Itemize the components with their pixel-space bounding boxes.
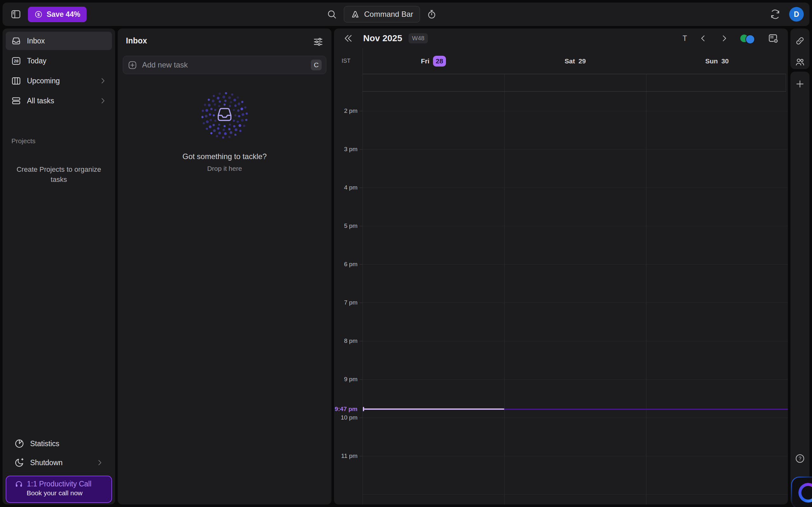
calendar-grid: 9:47 pm 2 pm3 pm4 pm5 pm6 pm7 pm8 pm9 pm… (334, 74, 788, 504)
hour-label: 8 pm (334, 337, 357, 344)
sidebar-item-label: Upcoming (27, 77, 60, 85)
empty-state-subtitle: Drop it here (118, 165, 332, 172)
link-button[interactable] (793, 34, 807, 48)
current-time-line-extended (504, 409, 788, 410)
dollar-circle-icon: $ (34, 10, 43, 19)
blue-calendar-dot (745, 35, 755, 44)
projects-section-header: Projects (11, 137, 115, 145)
hour-label: 10 pm (334, 414, 357, 421)
contacts-button[interactable] (793, 55, 807, 69)
sidebar-item-today[interactable]: 28 Today (6, 52, 112, 70)
hour-label: 2 pm (334, 107, 357, 114)
chevron-right-icon (99, 97, 107, 105)
hour-gridline (362, 111, 788, 111)
topbar-center-group: Command Bar (324, 3, 439, 26)
double-chevron-left-icon (343, 33, 354, 44)
prev-week-button[interactable] (697, 32, 710, 45)
sidebar-item-all-tasks[interactable]: All tasks (6, 92, 112, 110)
sidebar-item-shutdown[interactable]: Shutdown (9, 453, 109, 472)
command-bar-button[interactable]: Command Bar (344, 6, 420, 22)
productivity-call-banner[interactable]: 1:1 Productivity Call Book your call now (6, 475, 112, 503)
hour-label: 9 pm (334, 376, 357, 383)
hour-gridline (362, 341, 788, 341)
search-icon (326, 9, 338, 20)
day-header-sat[interactable]: Sat 29 (504, 48, 646, 74)
calendar-day-icon: 28 (11, 55, 21, 66)
hour-tick (359, 379, 362, 380)
hour-gridline (362, 264, 788, 265)
collapse-calendar-button[interactable] (341, 31, 356, 46)
chevron-right-icon (96, 458, 104, 467)
stacked-rows-icon (11, 95, 21, 106)
save-button-label: Save 44% (47, 10, 80, 19)
calendar-panel: Nov 2025 W48 T (334, 29, 788, 504)
day-column-fri[interactable] (362, 74, 504, 504)
timer-button[interactable] (424, 7, 439, 21)
inbox-icon (218, 109, 231, 121)
svg-text:$: $ (38, 12, 40, 17)
user-avatar[interactable]: D (789, 7, 804, 21)
jump-to-today-button[interactable]: T (681, 34, 689, 43)
sidebar-item-upcoming[interactable]: Upcoming (6, 72, 112, 90)
command-bar-label: Command Bar (364, 10, 413, 19)
hour-label: 7 pm (334, 299, 357, 306)
sidebar-item-statistics[interactable]: Statistics (9, 435, 109, 453)
hour-tick (359, 111, 362, 111)
hour-gridline (362, 302, 788, 303)
current-time-label: 9:47 pm (334, 406, 357, 412)
avatar-initial: D (794, 10, 799, 19)
link-icon (795, 36, 805, 46)
sidebar-item-label: All tasks (27, 97, 54, 105)
chevron-right-icon (99, 77, 107, 85)
calendar-gear-icon (768, 33, 779, 44)
inbox-empty-state: Got something to tackle? Drop it here (118, 88, 332, 172)
sync-button[interactable] (768, 7, 783, 22)
hour-tick (359, 341, 362, 341)
calendar-month-title: Nov 2025 (363, 33, 402, 43)
day-header-sun[interactable]: Sun 30 (646, 48, 788, 74)
headphones-icon (14, 480, 23, 488)
day-header-fri[interactable]: Fri 28 (362, 48, 504, 74)
save-discount-button[interactable]: $ Save 44% (28, 7, 87, 22)
empty-state-title: Got something to tackle? (118, 152, 332, 161)
add-task-placeholder: Add new task (142, 60, 188, 69)
sidebar: Inbox 28 Today Upcoming All (3, 29, 115, 504)
sidebar-item-inbox[interactable]: Inbox (6, 32, 112, 50)
stopwatch-icon (426, 9, 437, 20)
plus-square-icon (128, 60, 137, 70)
sidebar-item-label: Inbox (27, 37, 45, 45)
day-column-sat[interactable] (504, 74, 646, 504)
add-panel-button[interactable] (793, 77, 807, 91)
hour-tick (359, 187, 362, 188)
calendar-accounts-toggle[interactable] (739, 32, 758, 44)
filter-sliders-button[interactable] (310, 34, 326, 49)
question-circle-icon: ? (795, 453, 805, 464)
assistant-logo-button[interactable] (791, 476, 812, 507)
add-new-task-input[interactable]: Add new task C (123, 56, 326, 74)
hour-gridline (362, 494, 788, 495)
sliders-icon (312, 36, 324, 48)
sidebar-toggle-button[interactable] (8, 7, 23, 22)
hour-label: 3 pm (334, 146, 357, 153)
svg-text:28: 28 (14, 59, 19, 63)
day-column-sun[interactable] (646, 74, 788, 504)
hour-tick (359, 264, 362, 265)
hour-gridline (362, 149, 788, 150)
hour-tick (359, 226, 362, 226)
next-week-button[interactable] (717, 32, 731, 45)
hour-label: 5 pm (334, 222, 357, 229)
projects-empty-text: Create Projects to organize tasks (16, 164, 102, 185)
search-button[interactable] (324, 7, 339, 22)
week-number-badge: W48 (409, 33, 428, 43)
promo-title: 1:1 Productivity Call (27, 480, 91, 488)
panel-left-icon (10, 9, 21, 20)
right-rail-bottom: ? (791, 72, 809, 504)
dotted-circle-illustration (197, 88, 252, 143)
hour-tick (359, 456, 362, 456)
hour-gridline (362, 456, 788, 456)
calendar-settings-button[interactable] (766, 31, 781, 46)
help-button[interactable]: ? (793, 451, 807, 466)
right-rail-top (791, 29, 809, 69)
hour-tick (359, 302, 362, 303)
hour-gridline (362, 226, 788, 226)
